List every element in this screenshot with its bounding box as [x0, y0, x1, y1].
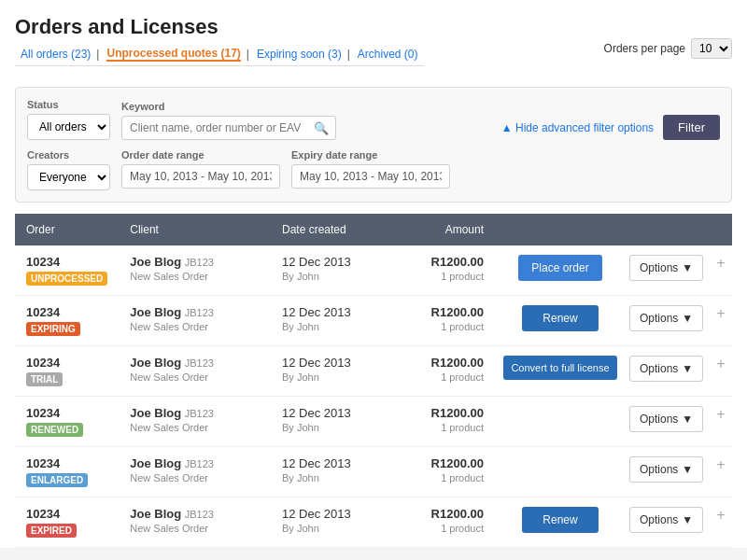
order-type: New Sales Order	[130, 371, 208, 383]
action-cell: Renew	[495, 296, 626, 346]
filter-button[interactable]: Filter	[663, 115, 720, 140]
page-title: Orders and Licenses	[15, 15, 732, 39]
options-button[interactable]: Options ▼	[629, 255, 703, 281]
amount-cell: R1200.00 1 product	[392, 397, 495, 447]
creators-select[interactable]: Everyone	[27, 164, 110, 190]
dropdown-arrow-icon: ▼	[682, 463, 693, 476]
date-created: 12 Dec 2013	[282, 507, 351, 521]
tab-all-orders[interactable]: All orders (23)	[21, 48, 91, 61]
orders-per-page-select[interactable]: 10 25 50	[691, 38, 732, 59]
order-number: 10234	[26, 456, 60, 470]
client-cell: Joe Blog JB123 New Sales Order	[119, 245, 271, 296]
status-badge: EXPIRING	[26, 322, 80, 336]
filter-actions: ▲ Hide advanced filter options Filter	[501, 115, 720, 140]
order-number-cell: 10234 EXPIRING	[15, 296, 119, 346]
add-button[interactable]: +	[716, 356, 725, 372]
product-count: 1 product	[441, 271, 484, 282]
order-date-input[interactable]	[121, 164, 280, 189]
table-row: 10234 EXPIRED Joe Blog JB123 New Sales O…	[15, 497, 732, 548]
col-order: Order	[15, 214, 119, 245]
options-label: Options	[640, 413, 678, 426]
client-cell: Joe Blog JB123 New Sales Order	[119, 447, 271, 497]
order-date-filter: Order date range	[121, 149, 280, 190]
date-cell: 12 Dec 2013 By John	[271, 397, 392, 447]
tab-archived[interactable]: Archived (0)	[358, 48, 418, 61]
options-label: Options	[640, 261, 678, 274]
options-cell: Options ▼	[626, 346, 710, 397]
plus-cell: +	[710, 497, 732, 548]
renew-button[interactable]: Renew	[522, 507, 598, 533]
order-number: 10234	[26, 406, 60, 420]
order-type: New Sales Order	[130, 422, 208, 433]
options-button[interactable]: Options ▼	[629, 507, 703, 533]
date-cell: 12 Dec 2013 By John	[271, 245, 392, 296]
dropdown-arrow-icon: ▼	[682, 312, 693, 325]
amount-value: R1200.00	[431, 255, 484, 269]
expiry-date-input[interactable]	[291, 164, 450, 189]
order-number-cell: 10234 EXPIRED	[15, 497, 119, 548]
client-name: Joe Blog	[130, 255, 181, 269]
plus-cell: +	[710, 245, 732, 296]
status-filter: Status All orders	[27, 99, 110, 140]
col-client: Client	[119, 214, 271, 245]
options-label: Options	[640, 312, 678, 325]
renew-button[interactable]: Renew	[522, 305, 598, 331]
status-select[interactable]: All orders	[27, 114, 110, 140]
convert-button[interactable]: Convert to full license	[503, 356, 616, 380]
table-row: 10234 EXPIRING Joe Blog JB123 New Sales …	[15, 296, 732, 346]
keyword-label: Keyword	[121, 101, 336, 112]
keyword-input[interactable]	[121, 116, 336, 140]
table-row: 10234 TRIAL Joe Blog JB123 New Sales Ord…	[15, 346, 732, 397]
status-badge: RENEWED	[26, 423, 83, 437]
options-button[interactable]: Options ▼	[629, 456, 703, 483]
plus-cell: +	[710, 296, 732, 346]
action-cell	[495, 397, 626, 447]
options-cell: Options ▼	[626, 447, 710, 497]
options-button[interactable]: Options ▼	[629, 406, 703, 432]
order-number-cell: 10234 TRIAL	[15, 346, 119, 397]
client-name: Joe Blog	[130, 305, 181, 319]
add-button[interactable]: +	[716, 255, 725, 272]
order-number-cell: 10234 RENEWED	[15, 397, 119, 447]
date-cell: 12 Dec 2013 By John	[271, 447, 392, 497]
dropdown-arrow-icon: ▼	[682, 261, 693, 274]
add-button[interactable]: +	[716, 507, 725, 524]
order-type: New Sales Order	[130, 321, 208, 332]
add-button[interactable]: +	[716, 456, 725, 473]
options-button[interactable]: Options ▼	[629, 305, 703, 331]
expiry-date-filter: Expiry date range	[291, 149, 450, 190]
col-amount: Amount	[392, 214, 495, 245]
client-code: JB123	[185, 509, 214, 520]
action-cell: Renew	[495, 497, 626, 548]
product-count: 1 product	[441, 371, 484, 383]
order-number: 10234	[26, 255, 60, 269]
date-cell: 12 Dec 2013 By John	[271, 497, 392, 548]
add-button[interactable]: +	[716, 406, 725, 423]
advanced-filters: Creators Everyone Order date range Expir…	[27, 149, 720, 190]
tab-unprocessed[interactable]: Unprocessed quotes (17)	[106, 47, 240, 62]
tab-expiring[interactable]: Expiring soon (3)	[257, 48, 342, 61]
client-cell: Joe Blog JB123 New Sales Order	[119, 346, 271, 397]
order-date-label: Order date range	[121, 149, 280, 161]
dropdown-arrow-icon: ▼	[682, 413, 693, 426]
client-code: JB123	[185, 257, 214, 268]
order-type: New Sales Order	[130, 472, 208, 483]
options-button[interactable]: Options ▼	[629, 356, 703, 382]
table-row: 10234 ENLARGED Joe Blog JB123 New Sales …	[15, 447, 732, 497]
options-label: Options	[640, 362, 678, 375]
status-badge: ENLARGED	[26, 473, 88, 487]
client-name: Joe Blog	[130, 456, 181, 470]
options-cell: Options ▼	[626, 497, 710, 548]
add-button[interactable]: +	[716, 305, 725, 322]
place-order-button[interactable]: Place order	[518, 255, 601, 281]
filter-section: Status All orders Keyword 🔍 ▲ Hide advan…	[15, 87, 732, 203]
status-badge: UNPROCESSED	[26, 272, 107, 286]
date-cell: 12 Dec 2013 By John	[271, 296, 392, 346]
date-created: 12 Dec 2013	[282, 456, 351, 470]
keyword-filter: Keyword 🔍	[121, 101, 336, 140]
order-number: 10234	[26, 507, 60, 521]
product-count: 1 product	[441, 523, 484, 534]
order-type: New Sales Order	[130, 523, 208, 534]
product-count: 1 product	[441, 422, 484, 433]
hide-advanced-button[interactable]: ▲ Hide advanced filter options	[501, 121, 654, 134]
